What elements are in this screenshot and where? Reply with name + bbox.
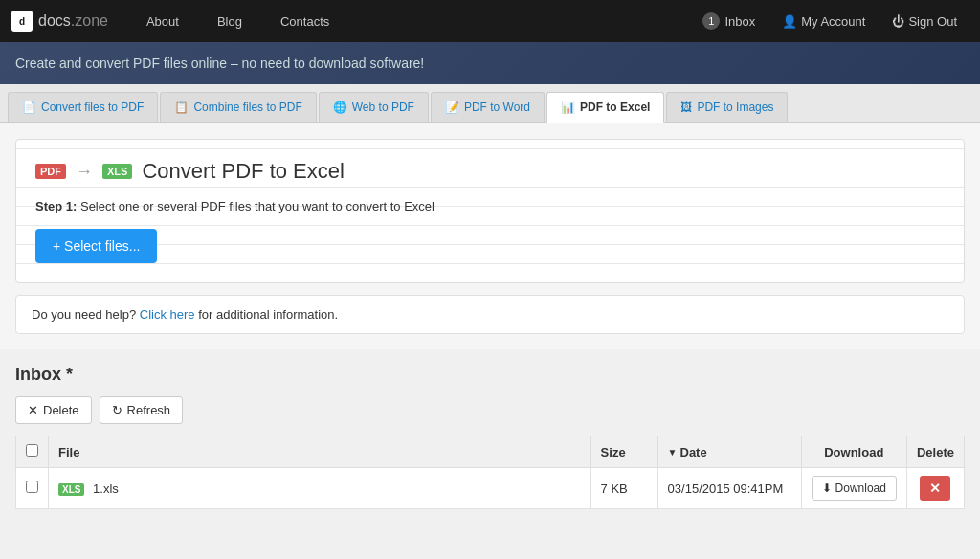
table-row: XLS 1.xls 7 KB 03/15/2015 09:41PM ⬇ Down… [16, 468, 965, 509]
nav-contacts[interactable]: Contacts [261, 0, 348, 42]
web-to-pdf-icon: 🌐 [333, 101, 347, 114]
convert-title: Convert PDF to Excel [142, 159, 345, 184]
convert-box: PDF → XLS Convert PDF to Excel Step 1: S… [15, 139, 965, 283]
inbox-label: Inbox [724, 14, 755, 29]
refresh-button[interactable]: ↻ Refresh [100, 396, 184, 424]
tab-pdf-to-word[interactable]: 📝 PDF to Word [431, 92, 545, 122]
tab-web-to-pdf[interactable]: 🌐 Web to PDF [319, 92, 429, 122]
date-label: Date [680, 445, 707, 459]
delete-label: Delete [43, 403, 79, 417]
pdf-to-word-icon: 📝 [445, 101, 459, 114]
pdf-to-word-label: PDF to Word [464, 101, 530, 114]
help-link[interactable]: Click here [140, 307, 195, 322]
delete-icon: ✕ [28, 403, 38, 417]
file-type-badge: XLS [58, 483, 84, 496]
step-text: Step 1: Select one or several PDF files … [35, 199, 945, 213]
right-links: 1 Inbox 👤 My Account ⏻ Sign Out [691, 0, 969, 42]
combine-files-label: Combine files to PDF [193, 101, 301, 114]
pdf-icon: PDF [35, 164, 66, 179]
top-nav: d docs.zone About Blog Contacts 1 Inbox … [0, 0, 980, 42]
inbox-title: Inbox * [15, 365, 965, 385]
date-sort[interactable]: ▼ Date [668, 445, 707, 459]
logo-icon: d [11, 11, 33, 32]
row-date: 03/15/2015 09:41PM [657, 468, 801, 509]
banner-text: Create and convert PDF files online – no… [15, 56, 424, 71]
header-delete: Delete [906, 436, 964, 468]
pdf-to-images-label: PDF to Images [697, 101, 773, 114]
file-table: File Size ▼ Date Download Delete XLS [15, 436, 965, 509]
convert-title-row: PDF → XLS Convert PDF to Excel [35, 159, 945, 184]
select-files-button[interactable]: + Select files... [35, 229, 157, 263]
banner: Create and convert PDF files online – no… [0, 42, 980, 84]
row-delete: ✕ [906, 468, 964, 509]
refresh-label: Refresh [127, 403, 171, 417]
tab-combine-files[interactable]: 📋 Combine files to PDF [160, 92, 316, 122]
logo-domain: .zone [71, 12, 108, 29]
row-checkbox[interactable] [26, 481, 38, 493]
download-label: Download [835, 481, 886, 495]
table-header-row: File Size ▼ Date Download Delete [16, 436, 965, 468]
header-file: File [49, 436, 591, 468]
my-account-label: My Account [801, 14, 865, 29]
nav-inbox[interactable]: 1 Inbox [691, 0, 767, 42]
logo-text: docs.zone [38, 12, 108, 30]
logo-name: docs [38, 12, 71, 29]
row-download: ⬇ Download [801, 468, 906, 509]
user-icon: 👤 [782, 14, 797, 29]
pdf-to-excel-label: PDF to Excel [580, 101, 650, 114]
web-to-pdf-label: Web to PDF [352, 101, 414, 114]
convert-files-label: Convert files to PDF [41, 101, 144, 114]
xls-icon: XLS [102, 164, 132, 179]
logo[interactable]: d docs.zone [11, 11, 108, 32]
pdf-to-excel-icon: 📊 [561, 101, 575, 114]
tabs-bar: 📄 Convert files to PDF 📋 Combine files t… [0, 84, 980, 123]
header-download: Download [801, 436, 906, 468]
arrow-icon: → [76, 162, 93, 182]
row-delete-button[interactable]: ✕ [920, 476, 950, 501]
inbox-section: Inbox * ✕ Delete ↻ Refresh File Size ▼ D… [0, 349, 980, 525]
inbox-toolbar: ✕ Delete ↻ Refresh [15, 396, 965, 424]
download-button[interactable]: ⬇ Download [812, 476, 897, 501]
select-all-checkbox[interactable] [26, 444, 38, 457]
refresh-icon: ↻ [112, 403, 122, 417]
nav-links: About Blog Contacts [127, 0, 691, 42]
nav-about[interactable]: About [127, 0, 198, 42]
inbox-badge: 1 [702, 12, 720, 30]
header-date[interactable]: ▼ Date [657, 436, 801, 468]
file-name: 1.xls [93, 481, 119, 496]
step-desc-text: Select one or several PDF files that you… [80, 199, 434, 213]
download-icon: ⬇ [822, 481, 832, 495]
pdf-to-images-icon: 🖼 [680, 101, 692, 114]
nav-blog[interactable]: Blog [198, 0, 261, 42]
header-size: Size [590, 436, 657, 468]
tab-pdf-to-images[interactable]: 🖼 PDF to Images [666, 92, 788, 122]
row-file: XLS 1.xls [49, 468, 591, 509]
row-checkbox-cell [16, 468, 49, 509]
combine-files-icon: 📋 [174, 101, 189, 114]
sign-out-label: Sign Out [908, 14, 957, 29]
row-size: 7 KB [590, 468, 657, 509]
sort-arrow-icon: ▼ [668, 447, 678, 458]
step-label: Step 1: [35, 199, 77, 213]
delete-button[interactable]: ✕ Delete [15, 396, 92, 424]
signout-icon: ⏻ [892, 14, 904, 29]
nav-my-account[interactable]: 👤 My Account [770, 0, 877, 42]
main-content: PDF → XLS Convert PDF to Excel Step 1: S… [0, 123, 980, 349]
convert-files-icon: 📄 [22, 101, 36, 114]
help-suffix-text: for additional information. [198, 307, 338, 322]
help-prefix: Do you need help? [32, 307, 136, 322]
tab-pdf-to-excel[interactable]: 📊 PDF to Excel [546, 92, 664, 123]
help-bar: Do you need help? Click here for additio… [15, 295, 965, 334]
tab-convert-files[interactable]: 📄 Convert files to PDF [8, 92, 158, 122]
nav-sign-out[interactable]: ⏻ Sign Out [880, 0, 969, 42]
header-checkbox [16, 436, 49, 468]
